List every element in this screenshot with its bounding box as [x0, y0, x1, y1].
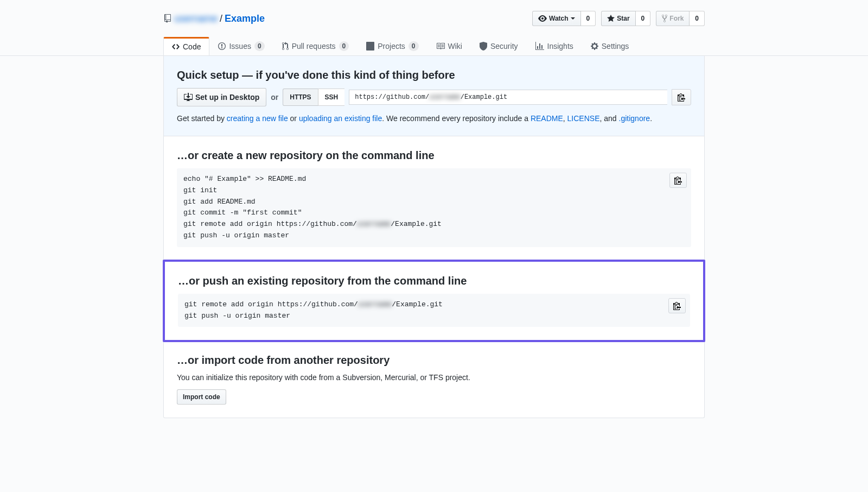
or-separator: or [271, 93, 278, 102]
upload-file-link[interactable]: uploading an existing file [299, 114, 382, 123]
ssh-button[interactable]: SSH [318, 89, 345, 106]
project-icon [366, 42, 374, 51]
code-icon [172, 42, 180, 51]
copy-create-cli-button[interactable] [669, 173, 687, 188]
star-button[interactable]: Star [601, 11, 635, 26]
import-desc: You can initialize this repository with … [177, 373, 691, 382]
breadcrumb: username / Example [163, 13, 265, 24]
push-cli-title: …or push an existing repository from the… [178, 275, 690, 287]
import-section: …or import code from another repository … [164, 341, 704, 418]
copy-push-cli-button[interactable] [668, 298, 686, 313]
clipboard-icon [673, 301, 681, 310]
fork-icon [662, 14, 667, 23]
chevron-down-icon [571, 17, 575, 20]
breadcrumb-sep: / [220, 13, 222, 24]
star-group: Star 0 [601, 11, 650, 26]
eye-icon [538, 14, 547, 23]
import-code-button[interactable]: Import code [177, 389, 226, 405]
clone-url-input[interactable]: https://github.com/username/Example.git [349, 90, 667, 105]
create-new-file-link[interactable]: creating a new file [227, 114, 288, 123]
tab-wiki[interactable]: Wiki [427, 37, 471, 55]
create-cli-section: …or create a new repository on the comma… [164, 136, 704, 261]
setup-desktop-button[interactable]: Set up in Desktop [177, 88, 266, 106]
repo-icon [163, 14, 172, 23]
push-cli-section: …or push an existing repository from the… [163, 260, 705, 343]
push-cli-code[interactable]: git remote add origin https://github.com… [178, 294, 690, 327]
create-cli-title: …or create a new repository on the comma… [177, 149, 691, 162]
tab-code[interactable]: Code [163, 37, 209, 55]
clipboard-icon [678, 93, 685, 102]
quick-setup-title: Quick setup — if you've done this kind o… [177, 69, 691, 81]
desktop-download-icon [184, 93, 193, 102]
star-icon [607, 14, 615, 23]
book-icon [436, 42, 445, 51]
tab-settings[interactable]: Settings [582, 37, 638, 55]
readme-link[interactable]: README [531, 114, 563, 123]
shield-icon [480, 42, 487, 51]
star-count[interactable]: 0 [636, 11, 651, 26]
quick-setup-box: Quick setup — if you've done this kind o… [164, 56, 704, 136]
create-cli-code[interactable]: echo "# Example" >> README.md git init g… [177, 168, 691, 247]
license-link[interactable]: LICENSE [567, 114, 600, 123]
tab-security[interactable]: Security [471, 37, 527, 55]
gear-icon [591, 42, 598, 51]
tab-insights[interactable]: Insights [527, 37, 582, 55]
graph-icon [535, 42, 544, 51]
watch-group: Watch 0 [532, 11, 596, 26]
repo-tabs: Code Issues 0 Pull requests 0 Projects 0… [163, 37, 705, 55]
https-button[interactable]: HTTPS [283, 89, 317, 106]
import-title: …or import code from another repository [177, 354, 691, 367]
starter-help-text: Get started by creating a new file or up… [177, 114, 691, 123]
repo-link[interactable]: Example [225, 13, 265, 24]
gitignore-link[interactable]: .gitignore [619, 114, 650, 123]
tab-projects[interactable]: Projects 0 [358, 37, 427, 55]
copy-url-button[interactable] [672, 89, 691, 105]
owner-link[interactable]: username [174, 13, 218, 24]
tab-issues[interactable]: Issues 0 [209, 37, 273, 55]
fork-group: Fork 0 [656, 11, 705, 26]
pr-icon [282, 42, 289, 51]
clipboard-icon [674, 176, 682, 185]
fork-count[interactable]: 0 [690, 11, 705, 26]
tab-pulls[interactable]: Pull requests 0 [273, 37, 358, 55]
fork-button[interactable]: Fork [656, 11, 690, 26]
watch-button[interactable]: Watch [532, 11, 581, 26]
watch-count[interactable]: 0 [581, 11, 596, 26]
issue-icon [218, 42, 226, 51]
